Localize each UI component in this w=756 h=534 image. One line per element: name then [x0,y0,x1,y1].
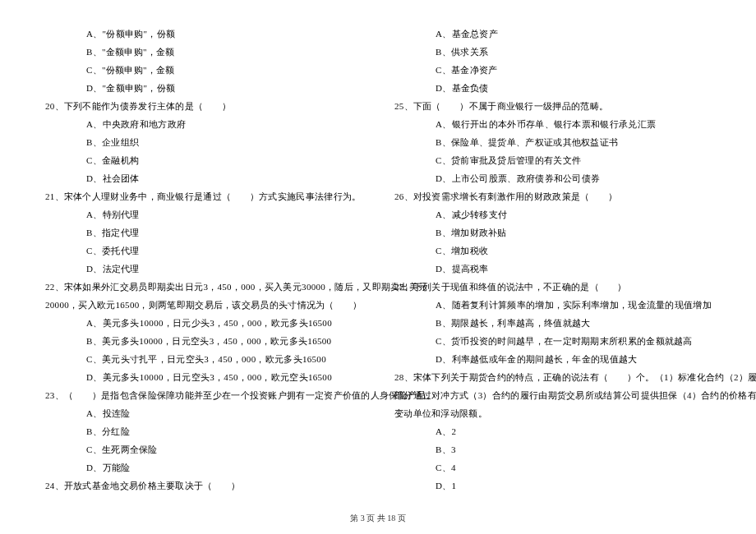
answer-option: A、2 [394,422,727,440]
answer-option: D、1 [394,476,727,495]
answer-option: A、美元多头10000，日元少头3，450，000，欧元多头16500 [45,314,362,332]
question-text: 20000，买入欧元16500，则两笔即期交易后，该交易员的头寸情况为（ ） [45,296,362,314]
answer-option: D、基金负债 [394,79,727,97]
answer-option: D、法定代理 [45,260,362,278]
question-text: 28、宋体下列关于期货合约的特点，正确的说法有（ ）个。（1）标准化合约（2）履… [394,368,727,386]
question-text: 26、对投资需求增长有刺激作用的财政政策是（ ） [394,187,727,205]
answer-option: A、随着复利计算频率的增加，实际利率增加，现金流量的现值增加 [394,296,727,314]
question-text: 23、（ ）是指包含保险保障功能并至少在一个投资账户拥有一定资产价值的人身保险产… [45,386,362,404]
answer-option: D、万能险 [45,458,362,476]
question-text: 21、宋体个人理财业务中，商业银行是通过（ ）方式实施民事法律行为。 [45,187,362,205]
document-page: A、"份额申购"，份额B、"金额申购"，金额C、"份额申购"，金额D、"金额申购… [0,0,756,534]
question-text: 部分通过对冲方式（3）合约的履行由期货交易所或结算公司提供担保（4）合约的价格有… [394,386,727,404]
answer-option: C、美元头寸扎平，日元空头3，450，000，欧元多头16500 [45,350,362,368]
answer-option: C、货币投资的时间越早，在一定时期期末所积累的金额就越高 [394,332,727,350]
question-text: 变动单位和浮动限额。 [394,404,727,422]
answer-option: B、企业组织 [45,133,362,151]
answer-option: B、期限越长，利率越高，终值就越大 [394,314,727,332]
answer-option: A、投连险 [45,404,362,422]
answer-option: A、中央政府和地方政府 [45,115,362,133]
answer-option: C、"份额申购"，金额 [45,61,362,79]
page-footer: 第 3 页 共 18 页 [0,513,756,524]
question-text: 27、下列关于现值和终值的说法中，不正确的是（ ） [394,278,727,296]
answer-option: B、美元多头10000，日元空头3，450，000，欧元多头16500 [45,332,362,350]
answer-option: A、特别代理 [45,205,362,223]
answer-option: D、"金额申购"，份额 [45,79,362,97]
answer-option: B、指定代理 [45,223,362,242]
answer-option: B、增加财政补贴 [394,223,727,242]
answer-option: B、保险单、提货单、产权证或其他权益证书 [394,133,727,151]
answer-option: D、上市公司股票、政府债券和公司债券 [394,169,727,187]
right-column: A、基金总资产B、供求关系C、基金净资产D、基金负债25、下面（ ）不属于商业银… [386,25,727,509]
answer-option: C、贷前审批及贷后管理的有关文件 [394,151,727,169]
answer-option: C、4 [394,458,727,476]
question-text: 22、宋体如果外汇交易员即期卖出日元3，450，000，买入美元30000，随后… [45,278,362,296]
answer-option: D、美元多头10000，日元空头3，450，000，欧元空头16500 [45,368,362,386]
question-text: 20、下列不能作为债券发行主体的是（ ） [45,97,362,115]
answer-option: D、提高税率 [394,260,727,278]
answer-option: D、社会团体 [45,169,362,187]
question-text: 24、开放式基金地交易价格主要取决于（ ） [45,476,362,495]
answer-option: C、委托代理 [45,242,362,260]
answer-option: A、银行开出的本外币存单、银行本票和银行承兑汇票 [394,115,727,133]
answer-option: A、"份额申购"，份额 [45,25,362,43]
answer-option: A、减少转移支付 [394,205,727,223]
answer-option: A、基金总资产 [394,25,727,43]
answer-option: C、生死两全保险 [45,440,362,458]
left-column: A、"份额申购"，份额B、"金额申购"，金额C、"份额申购"，金额D、"金额申购… [45,25,386,509]
answer-option: C、基金净资产 [394,61,727,79]
answer-option: B、分红险 [45,422,362,440]
answer-option: B、3 [394,440,727,458]
answer-option: C、增加税收 [394,242,727,260]
question-text: 25、下面（ ）不属于商业银行一级押品的范畴。 [394,97,727,115]
answer-option: B、"金额申购"，金额 [45,43,362,61]
answer-option: B、供求关系 [394,43,727,61]
answer-option: C、金融机构 [45,151,362,169]
answer-option: D、利率越低或年金的期间越长，年金的现值越大 [394,350,727,368]
